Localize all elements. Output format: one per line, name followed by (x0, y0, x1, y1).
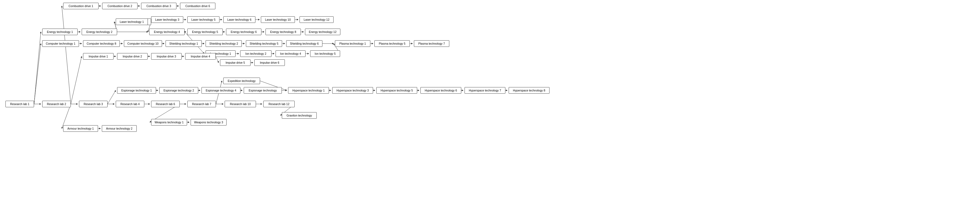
node-espt: Espionage technology (244, 87, 282, 94)
node-rl2: Research lab 2 (42, 101, 71, 107)
node-lt3: Laser technology 3 (151, 16, 183, 23)
node-at2: Armour technology 2 (102, 125, 137, 132)
svg-line-62 (62, 104, 71, 129)
node-lt12: Laser technology 12 (299, 16, 334, 23)
node-ct10: Computer technology 10 (124, 40, 162, 47)
node-rl10: Research lab 10 (224, 101, 256, 107)
node-id2: Impulse drive 2 (117, 53, 148, 60)
node-ct8: Computer technology 8 (83, 40, 120, 47)
node-gravt: Graviton technology (282, 112, 317, 119)
node-it2: Ion technology 2 (240, 50, 272, 57)
node-wt3: Weapons technology 3 (191, 119, 227, 125)
node-et2: Energy technology 2 (82, 29, 117, 35)
node-espt2: Espionage technology 2 (159, 87, 198, 94)
node-st2: Shielding technology 2 (205, 40, 242, 47)
node-lt6: Laser technology 6 (223, 16, 255, 23)
node-hst8: Hyperspace technology 8 (509, 87, 549, 94)
node-et6: Energy technology 6 (226, 29, 261, 35)
node-lt1: Laser technology 1 (116, 19, 148, 25)
node-it4: Ion technology 4 (275, 50, 305, 57)
node-st6: Shielding technology 6 (286, 40, 322, 47)
node-it5: Ion technology 5 (310, 50, 340, 57)
node-cd3: Combustion drive 3 (141, 3, 177, 9)
node-pt7: Plasma technology 7 (414, 40, 449, 47)
node-id3: Impulse drive 3 (151, 53, 181, 60)
node-hst3: Hyperspace technology 3 (332, 87, 373, 94)
node-cd6: Combustion drive 6 (180, 3, 215, 9)
node-id6: Impulse drive 6 (255, 59, 285, 66)
svg-line-7 (62, 6, 71, 104)
svg-line-11 (34, 32, 41, 104)
node-id4: Impulse drive 4 (185, 53, 216, 60)
node-hst6: Hyperspace technology 6 (420, 87, 461, 94)
node-hst7: Hyperspace technology 7 (465, 87, 505, 94)
node-rl3: Research lab 3 (79, 101, 108, 107)
svg-line-41 (71, 56, 82, 104)
node-et5: Energy technology 5 (187, 29, 223, 35)
node-espt4: Espionage technology 4 (202, 87, 240, 94)
node-st5: Shielding technology 5 (246, 40, 282, 47)
node-st1: Shielding technology 1 (165, 40, 202, 47)
node-expt: Expedition technology (223, 78, 260, 84)
node-id1: Impulse drive 1 (83, 53, 113, 60)
node-ct1: Computer technology 1 (42, 40, 79, 47)
node-hst5: Hyperspace technology 5 (376, 87, 417, 94)
node-pt1: Plasma technology 1 (335, 40, 370, 47)
node-rl12: Research lab 12 (263, 101, 294, 107)
node-lt5: Laser technology 5 (187, 16, 220, 23)
svg-line-26 (34, 44, 41, 104)
arrows-svg (0, 0, 980, 208)
node-et4: Energy technology 4 (149, 29, 185, 35)
node-et8: Energy technology 8 (266, 29, 301, 35)
svg-line-45 (216, 56, 219, 63)
node-cd1: Combustion drive 1 (63, 3, 99, 9)
node-lt10: Laser technology 10 (261, 16, 295, 23)
svg-line-47 (108, 91, 116, 104)
node-rl4: Research lab 4 (116, 101, 144, 107)
node-et12: Energy technology 12 (305, 29, 340, 35)
node-rl6: Research lab 6 (151, 101, 180, 107)
node-wt1: Weapons technology 1 (151, 119, 187, 125)
node-espt1: Espionage technology 1 (117, 87, 156, 94)
node-pt5: Plasma technology 5 (374, 40, 410, 47)
node-cd2: Combustion drive 2 (102, 3, 137, 9)
node-rl1: Research lab 1 (5, 101, 34, 107)
node-at1: Armour technology 1 (63, 125, 98, 132)
diagram-container: Research lab 1Research lab 2Research lab… (0, 0, 980, 208)
node-et1: Energy technology 1 (42, 29, 78, 35)
node-hst1: Hyperspace technology 1 (288, 87, 329, 94)
node-rl7: Research lab 7 (187, 101, 216, 107)
node-id5: Impulse drive 5 (220, 59, 250, 66)
